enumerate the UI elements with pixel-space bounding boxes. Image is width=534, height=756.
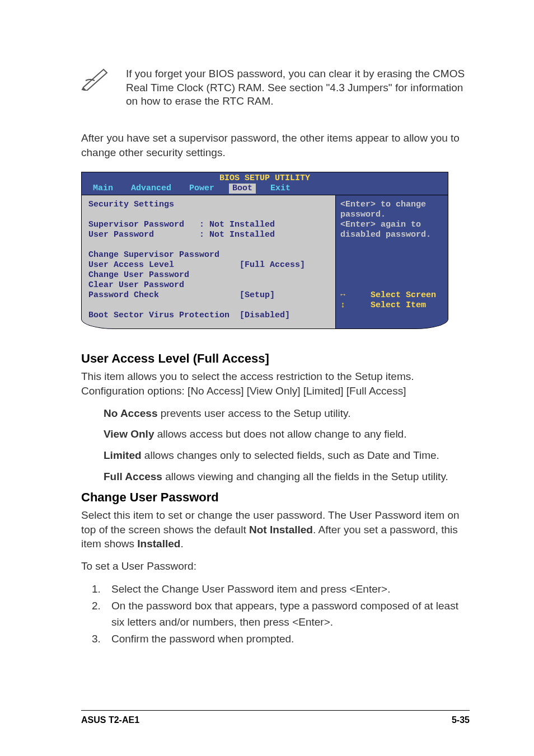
bios-help-line: disabled password. — [340, 230, 441, 240]
bios-password-check[interactable]: Password Check [Setup] — [88, 290, 329, 300]
bios-help-line: password. — [340, 210, 441, 220]
bios-title: BIOS SETUP UTILITY — [82, 172, 448, 184]
bios-tab-boot[interactable]: Boot — [229, 184, 256, 194]
note-text: If you forget your BIOS password, you ca… — [126, 67, 470, 109]
bios-user-pw: User Password : Not Installed — [88, 230, 329, 240]
bios-section-heading: Security Settings — [88, 200, 329, 210]
opt-full-access: Full Access allows viewing and changing … — [104, 469, 470, 484]
opt-limited: Limited allows changes only to selected … — [104, 448, 470, 463]
step-1: Select the Change User Password item and… — [104, 581, 470, 598]
bios-screen: BIOS SETUP UTILITY Main Advanced Power B… — [81, 172, 448, 329]
user-access-desc: This item allows you to select the acces… — [81, 369, 470, 398]
opt-view-only: View Only allows access but does not all… — [104, 427, 470, 442]
bios-change-user-pw[interactable]: Change User Password — [88, 270, 329, 280]
step-2: On the password box that appears, type a… — [104, 598, 470, 630]
footer-model: ASUS T2-AE1 — [81, 715, 139, 725]
step-3: Confirm the password when prompted. — [104, 631, 470, 647]
bios-tab-power[interactable]: Power — [186, 184, 218, 194]
bios-tab-exit[interactable]: Exit — [267, 184, 294, 194]
bios-supervisor-pw: Supervisor Password : Not Installed — [88, 220, 329, 230]
bios-tab-main[interactable]: Main — [90, 184, 116, 194]
bios-left-pane: Security Settings Supervisor Password : … — [82, 195, 336, 328]
pencil-note-icon — [81, 67, 109, 91]
bios-right-pane: <Enter> to change password. <Enter> agai… — [336, 195, 448, 328]
bios-tab-row: Main Advanced Power Boot Exit — [82, 184, 448, 195]
page-footer: ASUS T2-AE1 5-35 — [81, 710, 470, 725]
intro-paragraph: After you have set a supervisor password… — [81, 131, 470, 159]
bios-nav-select-item: ↕ Select Item — [340, 300, 441, 311]
opt-no-access: No Access prevents user access to the Se… — [104, 406, 470, 421]
set-user-pw-lead: To set a User Password: — [81, 559, 470, 574]
bios-nav-select-screen: ↔ Select Screen — [340, 290, 441, 300]
bios-clear-user-pw[interactable]: Clear User Password — [88, 280, 329, 290]
bios-user-access-level[interactable]: User Access Level [Full Access] — [88, 260, 329, 270]
bios-tab-advanced[interactable]: Advanced — [128, 184, 175, 194]
bios-change-supervisor[interactable]: Change Supervisor Password — [88, 250, 329, 260]
set-user-pw-steps: Select the Change User Password item and… — [104, 581, 470, 647]
bios-boot-sector[interactable]: Boot Sector Virus Protection [Disabled] — [88, 311, 329, 321]
bios-help-line: <Enter> to change — [340, 200, 441, 210]
heading-user-access-level: User Access Level (Full Access] — [81, 351, 470, 366]
change-user-pw-desc: Select this item to set or change the us… — [81, 508, 470, 551]
bios-help-line: <Enter> again to — [340, 220, 441, 230]
footer-page-number: 5-35 — [452, 715, 470, 725]
heading-change-user-password: Change User Password — [81, 490, 470, 505]
